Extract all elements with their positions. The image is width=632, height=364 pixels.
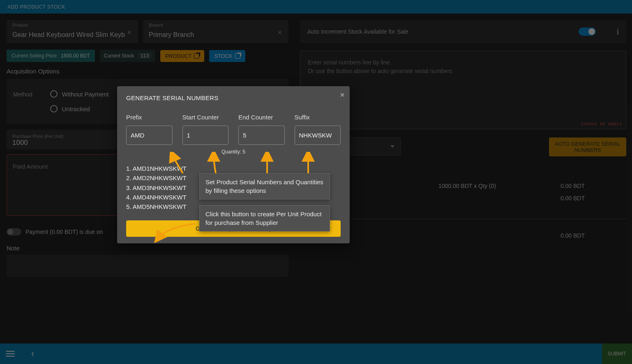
annotation-set-serial: Set Product Serial Numbers and Quantitie… — [199, 173, 330, 199]
modal-title: GENERATE SERIAL NUMBERS — [126, 94, 341, 101]
annotation-generate: Click this button to create Per Unit Pro… — [199, 205, 330, 231]
close-icon[interactable]: × — [340, 90, 345, 100]
suffix-label: Suffix — [295, 114, 341, 121]
end-counter-input[interactable] — [238, 126, 285, 145]
prefix-label: Prefix — [126, 114, 173, 121]
start-counter-input[interactable] — [182, 126, 229, 145]
start-counter-label: Start Counter — [182, 114, 229, 121]
quantity-text: Quantity: 5 — [126, 149, 341, 155]
preview-item: 1. AMD1NHKWSKWT — [126, 164, 341, 173]
prefix-input[interactable] — [126, 126, 173, 145]
end-counter-label: End Counter — [238, 114, 285, 121]
generate-serial-modal: GENERATE SERIAL NUMBERS × Prefix Start C… — [117, 86, 350, 243]
suffix-input[interactable] — [295, 126, 341, 145]
